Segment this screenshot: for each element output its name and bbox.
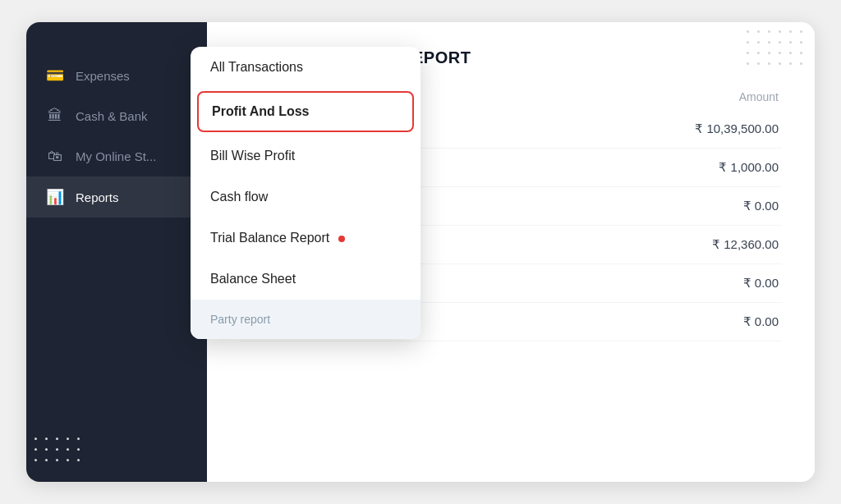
dropdown-item-profit-loss[interactable]: Profit And Loss	[197, 91, 414, 132]
sidebar-item-label: Expenses	[76, 69, 130, 83]
decorative-dots-top	[747, 30, 807, 69]
sidebar-item-label: My Online St...	[76, 149, 156, 163]
dropdown-item-trial-balance[interactable]: Trial Balance Report	[191, 218, 420, 259]
dropdown-item-party-report[interactable]: Party report	[191, 300, 420, 339]
sidebar-item-label: Cash & Bank	[76, 109, 148, 123]
dropdown-item-all-transactions[interactable]: All Transactions	[191, 47, 420, 88]
dropdown-item-balance-sheet[interactable]: Balance Sheet	[191, 259, 420, 300]
sidebar-item-label: Reports	[76, 190, 119, 204]
cell-amount: ₹ 1,000.00	[514, 149, 782, 187]
sidebar-item-cash-bank[interactable]: 🏛 Cash & Bank	[26, 96, 207, 136]
cell-amount: ₹ 10,39,500.00	[514, 110, 782, 149]
cell-amount: ₹ 0.00	[514, 187, 782, 226]
cell-amount: ₹ 0.00	[514, 264, 782, 303]
reports-icon: 📊	[46, 188, 64, 206]
sidebar-item-online-store[interactable]: 🛍 My Online St...	[26, 136, 207, 176]
dropdown-item-cash-flow[interactable]: Cash flow	[191, 176, 420, 218]
cell-amount: ₹ 12,360.00	[514, 226, 782, 264]
sidebar-item-expenses[interactable]: 💳 Expenses	[26, 55, 207, 96]
dropdown-menu: All Transactions Profit And Loss Bill Wi…	[191, 47, 420, 339]
expenses-icon: 💳	[46, 66, 64, 85]
bank-icon: 🏛	[46, 108, 64, 125]
sidebar: 💳 Expenses 🏛 Cash & Bank 🛍 My Online St.…	[26, 22, 207, 482]
decorative-dots-bottom	[34, 438, 84, 465]
main-container: 💳 Expenses 🏛 Cash & Bank 🛍 My Online St.…	[26, 22, 815, 482]
notification-dot	[338, 236, 345, 242]
cell-amount: ₹ 0.00	[514, 303, 782, 341]
dropdown-item-bill-wise-profit[interactable]: Bill Wise Profit	[191, 135, 420, 176]
col-amount: Amount	[514, 84, 782, 110]
store-icon: 🛍	[46, 148, 64, 165]
sidebar-item-reports[interactable]: 📊 Reports	[26, 176, 207, 218]
